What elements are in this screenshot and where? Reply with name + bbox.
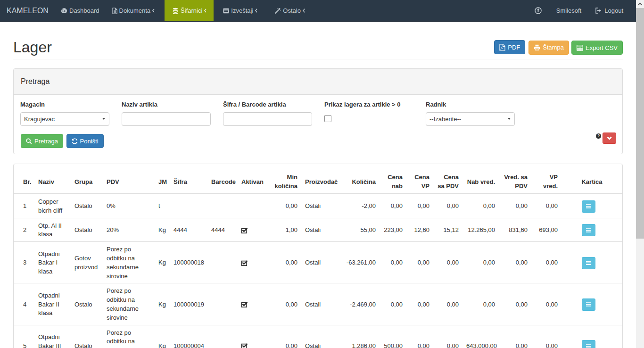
svg-text:?: ? xyxy=(597,133,600,138)
